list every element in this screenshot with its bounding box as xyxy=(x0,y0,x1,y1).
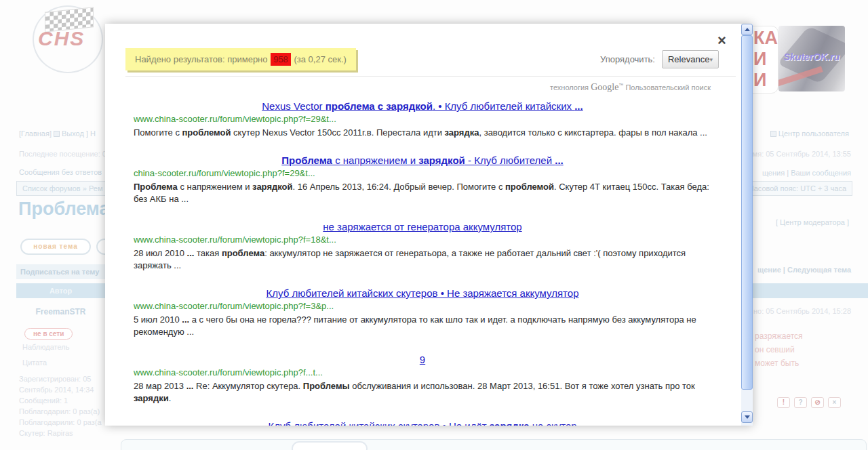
arrow-down-icon xyxy=(745,415,750,419)
result-title-link[interactable]: 9 xyxy=(420,354,425,365)
user-rank: Наблюдатель xyxy=(22,343,69,351)
search-result: Проблема с напряжением и зарядкой - Клуб… xyxy=(134,154,711,205)
google-branding: технология Google™ Пользовательский поис… xyxy=(105,82,711,93)
messages-links: щения | Ваши сообщения xyxy=(762,169,851,177)
top-nav-left: [Главная]Выход ] Н xyxy=(19,129,96,138)
thanked-received: Поблагодарили: 0 раз(а xyxy=(19,417,102,428)
result-title-link[interactable]: не заряжается от генератора аккумулятор xyxy=(323,221,521,232)
thanked-given: Поблагодарил: 0 раз(а) xyxy=(19,406,102,417)
result-url: www.china-scooter.ru/forum/viewtopic.php… xyxy=(134,300,711,312)
close-icon[interactable]: × xyxy=(717,33,726,48)
report-icon: ! xyxy=(777,397,790,408)
skuterok-label: SkuterOK.ru xyxy=(778,52,845,62)
registered-line2: Сентябрь 2014, 14:34 xyxy=(19,384,102,395)
new-topic-button: новая тема xyxy=(20,239,91,255)
footer-button-outline xyxy=(292,441,368,450)
subscribe-link: Подписаться на тему xyxy=(16,264,105,279)
author-column-header: Автор xyxy=(16,283,105,298)
result-url: www.china-scooter.ru/forum/viewtopic.php… xyxy=(134,234,711,245)
result-url: china-scooter.ru/forum/viewtopic.php?f=2… xyxy=(134,167,711,179)
question-icon: ? xyxy=(794,397,807,408)
post-content-fragment: разряжается он севший может быть xyxy=(755,329,803,370)
logout-link: Выход ] Н xyxy=(62,129,96,138)
result-url: www.china-scooter.ru/forum/viewtopic.php… xyxy=(134,367,711,378)
skuterok-banner: SkuterOK.ru xyxy=(778,26,845,91)
scooter-model: Скутер: Rapiras xyxy=(19,428,102,438)
logout-icon xyxy=(54,131,60,137)
scroll-up-button[interactable] xyxy=(741,24,753,35)
result-snippet: Проблема с напряжением и зарядкой. 16 Ап… xyxy=(134,181,711,205)
delete-icon: × xyxy=(828,397,841,408)
divider xyxy=(125,76,736,77)
result-snippet: 28 мар 2013 ... Re: Аккумулятор скутера.… xyxy=(134,380,711,405)
scroll-down-button[interactable] xyxy=(741,411,753,423)
results-summary-suffix: (за 0,27 сек.) xyxy=(294,54,346,64)
current-time-text: емя: 05 Сентябрь 2014, 13:55 xyxy=(749,150,852,158)
result-title-link[interactable]: Проблема с напряжением и зарядкой - Клуб… xyxy=(281,155,564,166)
offline-badge: не в сети xyxy=(24,328,73,340)
user-center-link: Центр пользователя xyxy=(768,129,849,138)
modal-scrollbar[interactable] xyxy=(741,24,753,426)
sort-dropdown-value: Relevance xyxy=(668,54,709,64)
arrow-up-icon xyxy=(745,28,750,31)
search-results-modal: × Найдено результатов: примерно 958 (за … xyxy=(105,24,753,426)
username: FreemanSTR xyxy=(16,307,105,316)
post-header-bar xyxy=(753,283,868,298)
chevron-down-icon: ▾ xyxy=(709,56,713,63)
breadcrumb: Список форумов » Рем xyxy=(16,181,106,196)
block-icon: ⊘ xyxy=(811,397,824,408)
result-snippet: Помогите с проблемой скутер Nexus Vector… xyxy=(134,127,711,139)
ad-banner-letters: КА И И xyxy=(749,26,778,94)
results-count-highlight: 958 xyxy=(271,53,291,66)
results-summary: Найдено результатов: примерно 958 (за 0,… xyxy=(125,48,356,70)
search-result: Nexus Vector проблема с зарядкой. • Клуб… xyxy=(134,100,711,139)
club-logo: CHS xyxy=(27,4,107,80)
quote-button: Цитата xyxy=(22,359,47,367)
scrollbar-thumb[interactable] xyxy=(741,35,753,390)
messages-count: Сообщений: 1 xyxy=(19,395,102,406)
search-result: не заряжается от генератора аккумулятор … xyxy=(134,220,711,272)
result-snippet: 5 июл 2010 ... а с чего бы она не горела… xyxy=(134,314,711,338)
registered-line: Зарегистрирован: 05 xyxy=(19,373,102,384)
timezone-box: Часовой пояс: UTC + 3 часа xyxy=(743,181,852,196)
unanswered-link: Сообщения без ответов xyxy=(19,168,102,176)
search-results: Nexus Vector проблема с зарядкой. • Клуб… xyxy=(134,100,711,426)
post-icon-row: ! ? ⊘ × xyxy=(777,397,841,408)
search-result: Клуб любителей китайских скутеров • Не и… xyxy=(134,420,711,426)
result-snippet: 28 июл 2010 ... такая проблема: аккумуля… xyxy=(134,247,711,272)
result-url: www.china-scooter.ru/forum/viewtopic.php… xyxy=(134,113,711,125)
search-result: Клуб любителей китайских скутеров • Не з… xyxy=(134,287,711,338)
sort-area: Упорядочить: Relevance ▾ xyxy=(600,50,719,68)
next-topic-link: щение | Следующая тема xyxy=(757,266,851,274)
moderator-center-link: [ Центр модератора ] xyxy=(776,218,849,226)
google-logo: Google xyxy=(591,82,618,92)
footer-bar xyxy=(121,439,867,450)
result-title-link[interactable]: Nexus Vector проблема с зарядкой. • Клуб… xyxy=(262,100,583,112)
search-result: 9 www.china-scooter.ru/forum/viewtopic.p… xyxy=(134,353,711,405)
result-title-link[interactable]: Клуб любителей китайских скутеров • Не з… xyxy=(266,287,578,299)
result-title-link[interactable]: Клуб любителей китайских скутеров • Не и… xyxy=(268,420,576,426)
home-link: [Главная] xyxy=(19,129,52,138)
user-center-icon xyxy=(770,131,776,137)
last-visit-text: Последнее посещение: 0 xyxy=(19,150,106,158)
results-summary-prefix: Найдено результатов: примерно xyxy=(135,54,268,64)
user-info-block: Зарегистрирован: 05 Сентябрь 2014, 14:34… xyxy=(19,373,102,438)
logo-text: CHS xyxy=(38,27,85,50)
sort-dropdown[interactable]: Relevance ▾ xyxy=(662,50,719,68)
sort-label: Упорядочить: xyxy=(600,54,655,64)
posted-time-text: но: 05 Сентябрь 2014, 15:28 xyxy=(753,307,851,315)
